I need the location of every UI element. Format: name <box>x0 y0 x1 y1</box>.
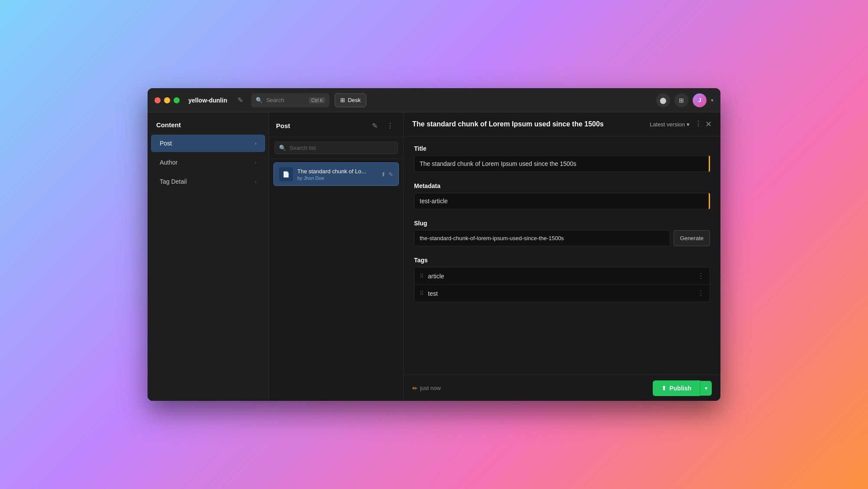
main-area: Content Post › Author › Tag Detail › Pos… <box>148 112 720 401</box>
metadata-field-group: Metadata <box>414 182 710 209</box>
detail-title: The standard chunk of Lorem Ipsum used s… <box>412 120 604 128</box>
sidebar-item-author[interactable]: Author › <box>151 154 265 171</box>
version-selector[interactable]: Latest version ▾ <box>650 121 690 128</box>
title-input[interactable] <box>414 155 710 172</box>
panel-search: 🔍 Search list <box>269 137 403 159</box>
titlebar: yellow-dunlin ✎ 🔍 Search Ctrl K ⊞ Desk ⬤… <box>148 88 720 112</box>
chevron-right-icon-tag: › <box>255 179 256 184</box>
tag-name-article: article <box>428 273 693 280</box>
detail-header: The standard chunk of Lorem Ipsum used s… <box>404 112 720 136</box>
sidebar-item-tag-detail[interactable]: Tag Detail › <box>151 173 265 190</box>
app-name: yellow-dunlin <box>188 97 227 104</box>
slug-row: Generate <box>414 230 710 246</box>
metadata-input[interactable] <box>414 193 710 209</box>
footer-timestamp: ✏ just now <box>412 385 441 392</box>
panel-more-icon-button[interactable]: ⋮ <box>384 119 396 132</box>
title-field-group: Title <box>414 145 710 172</box>
drag-handle-icon[interactable]: ⠿ <box>420 273 424 279</box>
detail-panel: The standard chunk of Lorem Ipsum used s… <box>404 112 720 401</box>
avatar-chevron-icon[interactable]: ▾ <box>711 97 713 103</box>
title-field-label: Title <box>414 145 710 152</box>
circle-icon-button-1[interactable]: ⬤ <box>656 93 670 107</box>
tags-field-group: Tags ⠿ article ⋮ ⠿ test ⋮ <box>414 257 710 302</box>
post-list-item[interactable]: 📄 The standard chunk of Lo... by Jhon Do… <box>273 162 399 186</box>
publish-label: Publish <box>669 385 691 392</box>
pencil-icon[interactable]: ✎ <box>388 171 393 178</box>
chevron-right-icon-author: › <box>255 160 256 165</box>
tag-more-icon[interactable]: ⋮ <box>697 272 704 280</box>
publish-button[interactable]: ⬆ Publish <box>653 380 700 396</box>
panel-more-icon: ⋮ <box>387 122 394 130</box>
post-item-actions: ⬆ ✎ <box>381 171 393 178</box>
panel-title: Post <box>276 122 290 129</box>
sidebar-item-label-tag: Tag Detail <box>160 178 187 185</box>
footer-timestamp-label: just now <box>420 385 441 391</box>
footer-right: ⬆ Publish ▾ <box>653 380 712 396</box>
desk-icon: ⊞ <box>340 97 345 103</box>
publish-dropdown-button[interactable]: ▾ <box>700 381 712 396</box>
panel-header-actions: ✎ ⋮ <box>368 119 396 132</box>
search-input-placeholder: Search list <box>289 145 316 151</box>
upload-icon[interactable]: ⬆ <box>381 171 386 178</box>
grid-icon: ⊞ <box>679 97 684 104</box>
publish-upload-icon: ⬆ <box>661 385 667 392</box>
minimize-button[interactable] <box>164 97 170 103</box>
sidebar: Content Post › Author › Tag Detail › <box>148 112 269 401</box>
detail-header-icons: ⋮ ✕ <box>695 119 712 129</box>
detail-footer: ✏ just now ⬆ Publish ▾ <box>404 375 720 401</box>
detail-scroll[interactable]: Title Metadata Slug Generate <box>404 136 720 375</box>
post-item-title: The standard chunk of Lo... <box>297 168 377 175</box>
record-icon: ⬤ <box>660 97 667 104</box>
slug-field-group: Slug Generate <box>414 220 710 246</box>
desk-label: Desk <box>348 97 361 103</box>
tag-row-article: ⠿ article ⋮ <box>414 268 710 285</box>
post-item-info: The standard chunk of Lo... by Jhon Doe <box>297 168 377 181</box>
panel-edit-icon: ✎ <box>372 122 378 130</box>
tags-field-label: Tags <box>414 257 710 264</box>
search-label: Search <box>266 97 284 103</box>
app-window: yellow-dunlin ✎ 🔍 Search Ctrl K ⊞ Desk ⬤… <box>148 88 720 401</box>
titlebar-right: ⬤ ⊞ J ▾ <box>656 93 713 107</box>
footer-pencil-icon: ✏ <box>412 385 418 392</box>
desk-button[interactable]: ⊞ Desk <box>335 93 366 107</box>
tag-row-test: ⠿ test ⋮ <box>414 285 710 302</box>
circle-icon-button-2[interactable]: ⊞ <box>674 93 688 107</box>
post-list-panel: Post ✎ ⋮ 🔍 Search list 📄 <box>269 112 404 401</box>
sidebar-header: Content <box>148 112 269 134</box>
sidebar-item-label-author: Author <box>160 159 178 166</box>
generate-button[interactable]: Generate <box>674 230 710 246</box>
search-icon-panel: 🔍 <box>279 145 286 151</box>
tag-name-test: test <box>428 290 693 297</box>
slug-field-label: Slug <box>414 220 710 227</box>
sidebar-item-label-post: Post <box>160 140 172 147</box>
metadata-field-label: Metadata <box>414 182 710 189</box>
chevron-right-icon: › <box>255 141 256 146</box>
edit-icon-button[interactable]: ✎ <box>234 94 246 106</box>
panel-header: Post ✎ ⋮ <box>269 112 403 137</box>
version-label: Latest version <box>650 121 685 128</box>
avatar[interactable]: J <box>693 93 707 107</box>
document-icon: 📄 <box>283 171 289 178</box>
search-input-container[interactable]: 🔍 Search list <box>274 142 398 154</box>
slug-input[interactable] <box>414 230 670 246</box>
detail-wrapper: The standard chunk of Lorem Ipsum used s… <box>404 112 720 401</box>
close-button[interactable] <box>155 97 161 103</box>
post-item-author: by Jhon Doe <box>297 175 377 181</box>
maximize-button[interactable] <box>174 97 180 103</box>
search-shortcut: Ctrl K <box>309 97 326 103</box>
detail-close-icon[interactable]: ✕ <box>705 119 712 129</box>
panel-edit-icon-button[interactable]: ✎ <box>368 119 381 132</box>
post-item-icon: 📄 <box>279 167 293 181</box>
detail-header-right: Latest version ▾ ⋮ ✕ <box>650 119 712 129</box>
publish-chevron-down-icon: ▾ <box>705 385 707 391</box>
chevron-down-icon: ▾ <box>687 121 690 128</box>
tags-container: ⠿ article ⋮ ⠿ test ⋮ <box>414 267 710 302</box>
sidebar-item-post[interactable]: Post › <box>151 135 265 152</box>
search-icon: 🔍 <box>256 97 263 103</box>
drag-handle-icon-2[interactable]: ⠿ <box>420 291 424 297</box>
detail-more-icon[interactable]: ⋮ <box>695 119 702 129</box>
edit-icon: ✎ <box>237 96 243 104</box>
traffic-lights <box>155 97 180 103</box>
search-bar[interactable]: 🔍 Search Ctrl K <box>251 93 329 107</box>
tag-more-icon-2[interactable]: ⋮ <box>697 289 704 297</box>
